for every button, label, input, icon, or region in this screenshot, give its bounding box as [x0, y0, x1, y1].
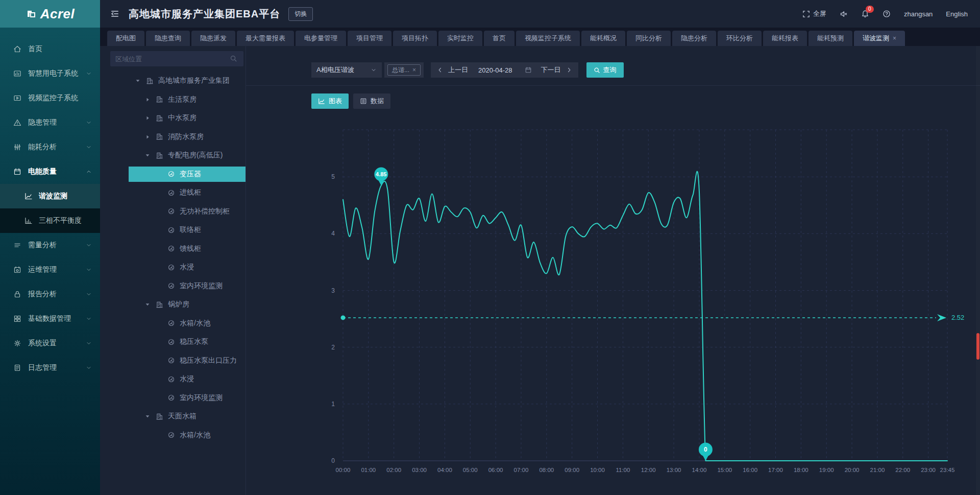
tab-能耗概况[interactable]: 能耗概况: [581, 31, 625, 46]
caret-down-icon[interactable]: [144, 152, 152, 159]
tree-node-室内环境监测[interactable]: 室内环境监测: [100, 277, 246, 296]
tree-node-变压器[interactable]: 变压器: [100, 165, 246, 184]
date-value[interactable]: 2020-04-28: [478, 66, 512, 74]
caret-down-icon[interactable]: [135, 77, 142, 84]
sidebar-item-11[interactable]: 系统设置: [0, 331, 100, 356]
tab-项目管理[interactable]: 项目管理: [348, 31, 391, 46]
scrollbar-thumb[interactable]: [976, 333, 979, 360]
tree-node-联络柜[interactable]: 联络柜: [100, 221, 246, 240]
calendar-icon[interactable]: [525, 66, 532, 74]
query-button[interactable]: 查询: [586, 62, 624, 78]
y-axis-label: 3: [331, 287, 335, 294]
user-menu[interactable]: zhangsan: [904, 10, 933, 18]
scrollbar-track[interactable]: [976, 46, 980, 495]
mute-icon[interactable]: [840, 10, 848, 18]
data-view-button[interactable]: 数据: [353, 93, 390, 109]
harmonic-type-select[interactable]: A相电压谐波: [311, 62, 382, 78]
sidebar-item-8[interactable]: 运维管理: [0, 257, 100, 282]
sidebar-item-1[interactable]: 首页: [0, 37, 100, 61]
tab-项目拓扑[interactable]: 项目拓扑: [393, 31, 437, 46]
tag-label: 总谐...: [392, 66, 409, 75]
tab-视频监控子系统[interactable]: 视频监控子系统: [516, 31, 580, 46]
tab-配电图[interactable]: 配电图: [107, 31, 144, 46]
prev-day-button[interactable]: 上一日: [448, 65, 468, 75]
tree-node-高地城市服务产业集团[interactable]: 高地城市服务产业集团: [100, 72, 246, 90]
tree-node-消防水泵房[interactable]: 消防水泵房: [100, 128, 246, 147]
language-switch[interactable]: English: [946, 10, 968, 18]
sidebar-subitem-谐波监测[interactable]: 谐波监测: [0, 184, 100, 208]
tab-能耗报表[interactable]: 能耗报表: [763, 31, 807, 46]
sidebar-item-3[interactable]: 视频监控子系统: [0, 86, 100, 110]
sidebar-item-4[interactable]: 隐患管理: [0, 110, 100, 135]
tree-node-馈线柜[interactable]: 馈线柜: [100, 240, 246, 258]
tree-search-input[interactable]: [110, 51, 243, 66]
tree-node-室内环境监测[interactable]: 室内环境监测: [100, 389, 246, 408]
sidebar-item-12[interactable]: 日志管理: [0, 356, 100, 380]
tree-node-水浸[interactable]: 水浸: [100, 258, 246, 277]
tab-close-icon[interactable]: ×: [893, 35, 896, 42]
x-axis-label: 17:00: [768, 467, 783, 473]
tree-node-中水泵房[interactable]: 中水泵房: [100, 109, 246, 128]
tree-node-无功补偿控制柜[interactable]: 无功补偿控制柜: [100, 202, 246, 221]
line-chart-svg[interactable]: 01234500:0001:0002:0003:0004:0005:0006:0…: [246, 113, 980, 494]
sidebar-item-7[interactable]: 需量分析: [0, 233, 100, 257]
tab-隐患分析[interactable]: 隐患分析: [672, 31, 716, 46]
sidebar-item-6[interactable]: 电能质量: [0, 159, 100, 184]
tab-隐患查询[interactable]: 隐患查询: [146, 31, 190, 46]
tab-最大需量报表[interactable]: 最大需量报表: [237, 31, 294, 46]
tree-node-进线柜[interactable]: 进线柜: [100, 183, 246, 202]
caret-right-icon[interactable]: [144, 133, 152, 140]
tree-node-稳压水泵出口压力[interactable]: 稳压水泵出口压力: [100, 351, 246, 370]
tab-实时监控[interactable]: 实时监控: [438, 31, 482, 46]
x-axis-label: 13:00: [667, 467, 681, 473]
chevron-down-icon: [86, 120, 92, 126]
min-value-marker: 0: [699, 443, 713, 461]
tab-环比分析[interactable]: 环比分析: [718, 31, 762, 46]
caret-down-icon[interactable]: [144, 301, 152, 308]
sidebar-item-2[interactable]: 智慧用电子系统: [0, 61, 100, 86]
tab-能耗预测[interactable]: 能耗预测: [808, 31, 852, 46]
tab-谐波监测[interactable]: 谐波监测×: [854, 31, 905, 46]
tab-同比分析[interactable]: 同比分析: [627, 31, 671, 46]
next-day-button[interactable]: 下一日: [541, 65, 561, 75]
tree-node-水浸[interactable]: 水浸: [100, 370, 246, 389]
selected-harmonic-tag[interactable]: 总谐... ×: [387, 64, 421, 76]
tag-close-icon[interactable]: ×: [412, 66, 416, 74]
harmonics-chart[interactable]: 01234500:0001:0002:0003:0004:0005:0006:0…: [246, 113, 980, 494]
tree-node-天面水箱[interactable]: 天面水箱: [100, 407, 246, 426]
tab-首页[interactable]: 首页: [484, 31, 514, 46]
x-axis-label: 10:00: [590, 467, 605, 473]
notifications-bell[interactable]: 0: [861, 10, 869, 18]
chevron-right-icon[interactable]: [566, 67, 572, 73]
help-icon[interactable]: [883, 10, 891, 18]
language-label: English: [946, 10, 968, 18]
tree-node-生活泵房[interactable]: 生活泵房: [100, 90, 246, 109]
chart-view-button[interactable]: 图表: [311, 93, 349, 109]
harmonic-type-value: A相电压谐波: [316, 65, 354, 75]
switch-project-button[interactable]: 切换: [288, 7, 313, 21]
tree-node-锅炉房[interactable]: 锅炉房: [100, 295, 246, 314]
x-axis-label: 16:00: [743, 467, 757, 473]
sidebar-item-10[interactable]: 基础数据管理: [0, 307, 100, 331]
menu-fold-icon[interactable]: [110, 9, 120, 19]
grid-icon: [13, 315, 22, 323]
tab-隐患派发[interactable]: 隐患派发: [191, 31, 235, 46]
x-axis-label: 05:00: [463, 467, 478, 473]
gauge-icon: [167, 282, 176, 290]
tree-node-稳压水泵[interactable]: 稳压水泵: [100, 333, 246, 351]
tree-node-专配电房(高低压)[interactable]: 专配电房(高低压): [100, 146, 246, 165]
caret-right-icon[interactable]: [144, 114, 152, 122]
tree-node-水箱/水池[interactable]: 水箱/水池: [100, 426, 246, 445]
sidebar-subitem-三相不平衡度[interactable]: 三相不平衡度: [0, 208, 100, 233]
tree-node-水箱/水池[interactable]: 水箱/水池: [100, 314, 246, 333]
sidebar-item-5[interactable]: 能耗分析: [0, 135, 100, 159]
building-icon: [156, 151, 164, 159]
sidebar-item-9[interactable]: 报告分析: [0, 282, 100, 307]
fullscreen-label: 全屏: [813, 9, 826, 18]
fullscreen-button[interactable]: 全屏: [802, 9, 826, 18]
tab-电参量管理[interactable]: 电参量管理: [296, 31, 346, 46]
caret-down-icon[interactable]: [144, 413, 152, 420]
chevron-left-icon[interactable]: [437, 67, 443, 73]
x-axis-label: 01:00: [361, 467, 376, 473]
caret-right-icon[interactable]: [144, 96, 152, 103]
